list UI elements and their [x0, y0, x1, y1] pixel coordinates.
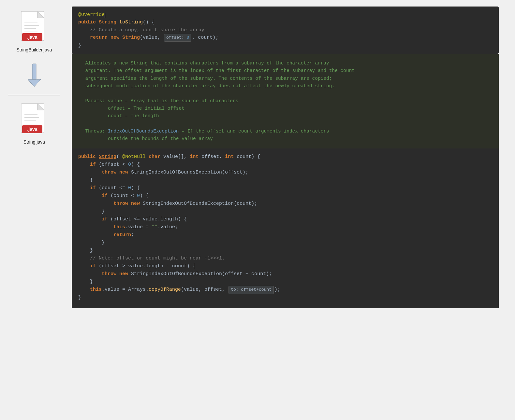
javadoc-desc-3: argument specifies the length of the sub…	[80, 75, 491, 82]
javadoc-desc: Allocates a new String that contains cha…	[80, 60, 491, 67]
code-if-count-inner-close: }	[78, 208, 492, 216]
file-label-string: String.java	[23, 139, 45, 145]
code-if-count-close: }	[78, 247, 492, 255]
code-this-value-copy: this.value = Arrays.copyOfRange(value, o…	[78, 286, 492, 294]
javadoc-blank-1	[80, 90, 491, 97]
code-if-offset-lte-close: }	[78, 239, 492, 247]
code-this-value: this.value = "".value;	[78, 223, 492, 231]
javadoc-panel: Allocates a new String that contains cha…	[72, 54, 499, 148]
code-close: }	[78, 294, 492, 302]
code-line-1: @Override	[78, 11, 492, 19]
svg-text:.java: .java	[27, 35, 37, 40]
javadoc-desc-2: argument. The offset argument is the ind…	[80, 67, 491, 75]
code-line-5: }	[78, 42, 492, 49]
code-if-offset-lte: if (offset <= value.length) {	[78, 216, 492, 223]
file-item-stringbuilder[interactable]: .java StringBuilder.java	[17, 10, 52, 52]
code-line-3: // Create a copy, don't share the array	[78, 26, 492, 34]
code-if-offset-close: }	[78, 176, 492, 184]
code-sig: public String( @NotNull char value[], in…	[78, 153, 492, 161]
sidebar: .java StringBuilder.java	[0, 7, 68, 413]
sidebar-separator	[8, 95, 60, 95]
code-return: return;	[78, 231, 492, 239]
code-if-offset-gt-close: }	[78, 278, 492, 286]
svg-text:.java: .java	[27, 127, 37, 132]
javadoc-throws-2: outside the bounds of the value array	[80, 135, 491, 143]
code-comment-note: // Note: offset or count might be near -…	[78, 255, 492, 262]
file-item-string[interactable]: .java String.java	[20, 102, 49, 145]
svg-rect-10	[32, 64, 36, 79]
code-line-4: return new String(value, offset: 0, coun…	[78, 34, 492, 42]
javadoc-throws: Throws: IndexOutOfBoundsException – If t…	[80, 128, 491, 135]
code-line-2: public String toString() {	[78, 19, 492, 26]
page-container: .java StringBuilder.java	[0, 0, 515, 420]
down-arrow-icon	[26, 62, 42, 88]
code-if-count: if (count <= 0) {	[78, 184, 492, 192]
code-throw-offset: throw new StringIndexOutOfBoundsExceptio…	[78, 169, 492, 176]
javadoc-blank-2	[80, 120, 491, 128]
file-label-stringbuilder: StringBuilder.java	[17, 47, 52, 52]
svg-marker-11	[28, 79, 41, 87]
code-if-offset-gt: if (offset > value.length - count) {	[78, 262, 492, 270]
javadoc-params: Params: value – Array that is the source…	[80, 97, 491, 105]
arrow-container	[26, 62, 42, 88]
java-file-icon-stringbuilder: .java	[20, 10, 49, 46]
code-throw-offset-count: throw new StringIndexOutOfBoundsExceptio…	[78, 270, 492, 278]
java-file-icon-string: .java	[20, 102, 49, 138]
code-top-snippet: @Override public String toString() { // …	[72, 7, 499, 54]
javadoc-desc-4: subsequent modification of the character…	[80, 82, 491, 90]
javadoc-param-count: count – The length	[80, 112, 491, 120]
code-body: public String( @NotNull char value[], in…	[72, 148, 499, 308]
code-throw-count: throw new StringIndexOutOfBoundsExceptio…	[78, 200, 492, 208]
javadoc-param-offset: offset – The initial offset	[80, 105, 491, 112]
code-panel: @Override public String toString() { // …	[68, 7, 515, 413]
code-if-count-inner: if (count < 0) {	[78, 192, 492, 200]
code-if-offset: if (offset < 0) {	[78, 161, 492, 169]
